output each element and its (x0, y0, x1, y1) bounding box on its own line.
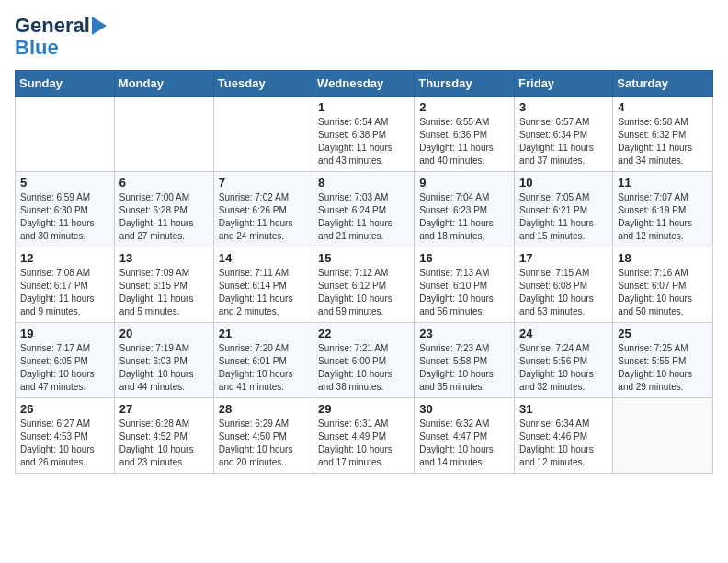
day-of-week-header: Thursday (415, 71, 515, 97)
calendar-cell: 26Sunrise: 6:27 AM Sunset: 4:53 PM Dayli… (16, 398, 115, 474)
calendar-cell: 14Sunrise: 7:11 AM Sunset: 6:14 PM Dayli… (213, 247, 313, 323)
day-of-week-header: Monday (114, 71, 213, 97)
day-number: 16 (419, 251, 509, 265)
day-info: Sunrise: 6:58 AM Sunset: 6:32 PM Dayligh… (618, 116, 708, 167)
day-info: Sunrise: 7:25 AM Sunset: 5:55 PM Dayligh… (618, 342, 708, 394)
day-info: Sunrise: 7:20 AM Sunset: 6:01 PM Dayligh… (219, 342, 308, 394)
calendar-cell (114, 97, 213, 172)
calendar-cell: 9Sunrise: 7:04 AM Sunset: 6:23 PM Daylig… (415, 172, 515, 247)
calendar-cell (16, 97, 115, 172)
day-of-week-header: Saturday (613, 71, 713, 97)
day-number: 15 (318, 251, 409, 265)
day-info: Sunrise: 7:03 AM Sunset: 6:24 PM Dayligh… (318, 191, 409, 243)
calendar-cell: 19Sunrise: 7:17 AM Sunset: 6:05 PM Dayli… (16, 323, 115, 398)
day-number: 8 (318, 176, 409, 190)
calendar-week-row: 26Sunrise: 6:27 AM Sunset: 4:53 PM Dayli… (16, 398, 713, 474)
day-number: 19 (20, 327, 109, 340)
day-number: 1 (318, 100, 409, 114)
calendar-cell (213, 97, 313, 172)
day-info: Sunrise: 6:28 AM Sunset: 4:52 PM Dayligh… (119, 418, 209, 469)
calendar-table: SundayMondayTuesdayWednesdayThursdayFrid… (15, 70, 713, 474)
day-number: 12 (20, 251, 109, 265)
day-info: Sunrise: 6:31 AM Sunset: 4:49 PM Dayligh… (318, 418, 409, 469)
calendar-cell (613, 398, 713, 474)
day-info: Sunrise: 6:55 AM Sunset: 6:36 PM Dayligh… (419, 116, 509, 167)
day-number: 30 (419, 402, 509, 416)
day-info: Sunrise: 7:04 AM Sunset: 6:23 PM Dayligh… (419, 191, 509, 243)
calendar-cell: 29Sunrise: 6:31 AM Sunset: 4:49 PM Dayli… (313, 398, 415, 474)
day-number: 23 (419, 327, 509, 340)
day-info: Sunrise: 7:23 AM Sunset: 5:58 PM Dayligh… (419, 342, 509, 394)
day-info: Sunrise: 7:24 AM Sunset: 5:56 PM Dayligh… (519, 342, 608, 394)
day-number: 29 (318, 402, 409, 416)
day-number: 26 (20, 402, 109, 416)
day-info: Sunrise: 7:13 AM Sunset: 6:10 PM Dayligh… (419, 267, 509, 318)
day-info: Sunrise: 6:34 AM Sunset: 4:46 PM Dayligh… (519, 418, 608, 469)
calendar-cell: 3Sunrise: 6:57 AM Sunset: 6:34 PM Daylig… (515, 97, 613, 172)
calendar-cell: 7Sunrise: 7:02 AM Sunset: 6:26 PM Daylig… (213, 172, 313, 247)
calendar-cell: 6Sunrise: 7:00 AM Sunset: 6:28 PM Daylig… (114, 172, 213, 247)
day-number: 11 (618, 176, 708, 190)
calendar-cell: 30Sunrise: 6:32 AM Sunset: 4:47 PM Dayli… (415, 398, 515, 474)
day-info: Sunrise: 6:57 AM Sunset: 6:34 PM Dayligh… (519, 116, 608, 167)
day-number: 2 (419, 100, 509, 114)
calendar-week-row: 1Sunrise: 6:54 AM Sunset: 6:38 PM Daylig… (16, 97, 713, 172)
day-info: Sunrise: 7:00 AM Sunset: 6:28 PM Dayligh… (119, 191, 209, 243)
day-number: 13 (119, 251, 209, 265)
day-number: 9 (419, 176, 509, 190)
day-info: Sunrise: 7:09 AM Sunset: 6:15 PM Dayligh… (119, 267, 209, 318)
day-number: 5 (20, 176, 109, 190)
calendar-header-row: SundayMondayTuesdayWednesdayThursdayFrid… (16, 71, 713, 97)
calendar-cell: 22Sunrise: 7:21 AM Sunset: 6:00 PM Dayli… (313, 323, 415, 398)
day-info: Sunrise: 7:19 AM Sunset: 6:03 PM Dayligh… (119, 342, 209, 394)
day-info: Sunrise: 7:02 AM Sunset: 6:26 PM Dayligh… (219, 191, 308, 243)
day-info: Sunrise: 7:05 AM Sunset: 6:21 PM Dayligh… (519, 191, 608, 243)
calendar-cell: 15Sunrise: 7:12 AM Sunset: 6:12 PM Dayli… (313, 247, 415, 323)
calendar-week-row: 19Sunrise: 7:17 AM Sunset: 6:05 PM Dayli… (16, 323, 713, 398)
day-info: Sunrise: 6:27 AM Sunset: 4:53 PM Dayligh… (20, 418, 109, 469)
calendar-cell: 18Sunrise: 7:16 AM Sunset: 6:07 PM Dayli… (613, 247, 713, 323)
logo-text-blue: Blue (15, 37, 59, 59)
calendar-cell: 21Sunrise: 7:20 AM Sunset: 6:01 PM Dayli… (213, 323, 313, 398)
day-info: Sunrise: 7:21 AM Sunset: 6:00 PM Dayligh… (318, 342, 409, 394)
page-header: General Blue (15, 15, 713, 59)
day-info: Sunrise: 6:54 AM Sunset: 6:38 PM Dayligh… (318, 116, 409, 167)
calendar-cell: 10Sunrise: 7:05 AM Sunset: 6:21 PM Dayli… (515, 172, 613, 247)
calendar-cell: 28Sunrise: 6:29 AM Sunset: 4:50 PM Dayli… (213, 398, 313, 474)
logo: General Blue (15, 15, 107, 59)
logo-text-general: General (15, 15, 90, 37)
calendar-week-row: 12Sunrise: 7:08 AM Sunset: 6:17 PM Dayli… (16, 247, 713, 323)
day-of-week-header: Friday (515, 71, 613, 97)
calendar-cell: 23Sunrise: 7:23 AM Sunset: 5:58 PM Dayli… (415, 323, 515, 398)
day-number: 21 (219, 327, 308, 340)
day-info: Sunrise: 7:07 AM Sunset: 6:19 PM Dayligh… (618, 191, 708, 243)
calendar-cell: 20Sunrise: 7:19 AM Sunset: 6:03 PM Dayli… (114, 323, 213, 398)
calendar-cell: 12Sunrise: 7:08 AM Sunset: 6:17 PM Dayli… (16, 247, 115, 323)
day-info: Sunrise: 7:17 AM Sunset: 6:05 PM Dayligh… (20, 342, 109, 394)
calendar-cell: 31Sunrise: 6:34 AM Sunset: 4:46 PM Dayli… (515, 398, 613, 474)
calendar-cell: 8Sunrise: 7:03 AM Sunset: 6:24 PM Daylig… (313, 172, 415, 247)
day-number: 27 (119, 402, 209, 416)
calendar-cell: 1Sunrise: 6:54 AM Sunset: 6:38 PM Daylig… (313, 97, 415, 172)
calendar-cell: 27Sunrise: 6:28 AM Sunset: 4:52 PM Dayli… (114, 398, 213, 474)
calendar-cell: 2Sunrise: 6:55 AM Sunset: 6:36 PM Daylig… (415, 97, 515, 172)
calendar-cell: 5Sunrise: 6:59 AM Sunset: 6:30 PM Daylig… (16, 172, 115, 247)
day-number: 10 (519, 176, 608, 190)
day-of-week-header: Sunday (16, 71, 115, 97)
day-number: 22 (318, 327, 409, 340)
day-of-week-header: Tuesday (213, 71, 313, 97)
day-info: Sunrise: 6:32 AM Sunset: 4:47 PM Dayligh… (419, 418, 509, 469)
calendar-cell: 13Sunrise: 7:09 AM Sunset: 6:15 PM Dayli… (114, 247, 213, 323)
day-info: Sunrise: 6:29 AM Sunset: 4:50 PM Dayligh… (219, 418, 308, 469)
day-number: 18 (618, 251, 708, 265)
calendar-cell: 25Sunrise: 7:25 AM Sunset: 5:55 PM Dayli… (613, 323, 713, 398)
day-info: Sunrise: 7:11 AM Sunset: 6:14 PM Dayligh… (219, 267, 308, 318)
day-of-week-header: Wednesday (313, 71, 415, 97)
day-number: 31 (519, 402, 608, 416)
day-number: 6 (119, 176, 209, 190)
day-info: Sunrise: 7:12 AM Sunset: 6:12 PM Dayligh… (318, 267, 409, 318)
calendar-cell: 24Sunrise: 7:24 AM Sunset: 5:56 PM Dayli… (515, 323, 613, 398)
calendar-cell: 4Sunrise: 6:58 AM Sunset: 6:32 PM Daylig… (613, 97, 713, 172)
day-number: 24 (519, 327, 608, 340)
day-number: 14 (219, 251, 308, 265)
